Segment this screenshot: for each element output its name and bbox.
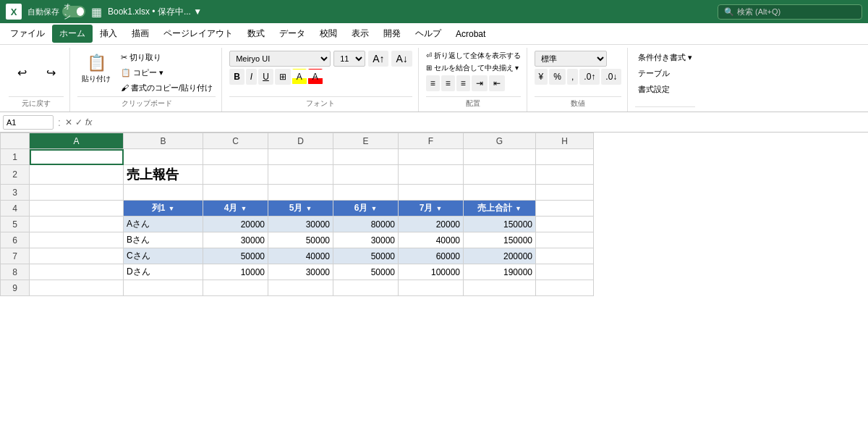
cell[interactable]: Dさん [124,264,203,280]
col-header-g[interactable]: G [464,133,536,149]
fill-color-button[interactable]: A [292,69,307,85]
col-header-b[interactable]: B [124,133,203,149]
cell[interactable]: 190000 [464,264,536,280]
cell[interactable]: 30000 [333,232,399,248]
cell[interactable] [536,201,594,217]
cell[interactable]: 200000 [464,248,536,264]
cell[interactable]: 10000 [203,264,268,280]
cell[interactable]: 150000 [464,232,536,248]
search-box[interactable]: 🔍 検索 (Alt+Q) [718,4,862,20]
cell[interactable] [268,165,333,185]
cell[interactable] [536,185,594,201]
outdent-button[interactable]: ⇤ [489,75,505,91]
merge-label[interactable]: ⊞ セルを結合して中央揃え ▾ [426,63,519,73]
cell[interactable] [464,149,536,165]
dec-dec-button[interactable]: .0↓ [601,69,621,85]
cell[interactable] [536,217,594,232]
spreadsheet-container[interactable]: A B C D E F G H 12売上報告34列1▼4月▼5月▼6月▼7月▼売… [0,133,868,441]
cell[interactable]: 40000 [399,232,464,248]
menu-help[interactable]: ヘルプ [408,25,448,43]
cell[interactable]: 列1▼ [124,201,203,217]
cell[interactable]: 40000 [268,248,333,264]
cell[interactable] [399,165,464,185]
cell[interactable] [30,280,124,296]
cell[interactable]: 20000 [399,217,464,232]
cell[interactable] [30,248,124,264]
cell[interactable]: 50000 [333,248,399,264]
cell[interactable] [203,149,268,165]
table-format-button[interactable]: テーブル [635,67,673,80]
cell[interactable]: 30000 [203,232,268,248]
cell[interactable] [536,232,594,248]
cell[interactable]: Cさん [124,248,203,264]
cell[interactable]: 20000 [203,217,268,232]
menu-developer[interactable]: 開発 [376,25,408,43]
cell[interactable] [203,185,268,201]
cell[interactable]: 50000 [333,264,399,280]
col-header-e[interactable]: E [333,133,399,149]
cell[interactable]: 7月▼ [399,201,464,217]
cell[interactable] [536,149,594,165]
cell[interactable] [203,280,268,296]
undo-button[interactable]: ↩ [9,63,35,83]
menu-formulas[interactable]: 数式 [240,25,272,43]
border-button[interactable]: ⊞ [275,69,291,85]
cell[interactable]: Bさん [124,232,203,248]
cell[interactable] [30,185,124,201]
menu-file[interactable]: ファイル [3,25,52,43]
cell[interactable]: 50000 [203,248,268,264]
cell[interactable] [536,248,594,264]
cell[interactable]: 150000 [464,217,536,232]
font-color-button[interactable]: A [308,69,323,85]
copy-button[interactable]: 📋 コピー ▾ [118,66,216,80]
percent-button[interactable]: % [549,69,566,85]
cell[interactable]: 5月▼ [268,201,333,217]
col-header-a[interactable]: A [30,133,124,149]
cell[interactable] [203,165,268,185]
indent-button[interactable]: ⇥ [472,75,488,91]
cell[interactable] [124,185,203,201]
cell-reference-box[interactable]: A1 [3,115,54,130]
cell[interactable] [464,280,536,296]
paste-button[interactable]: 📋貼り付け [77,51,115,87]
align-right-button[interactable]: ≡ [456,75,470,91]
cell[interactable] [536,165,594,185]
cell-style-button[interactable]: 書式設定 [635,83,673,96]
confirm-formula-icon[interactable]: ✓ [75,117,82,127]
comma-button[interactable]: , [567,69,578,85]
col-header-h[interactable]: H [536,133,594,149]
insert-function-icon[interactable]: fx [85,117,92,127]
cancel-formula-icon[interactable]: ✕ [65,117,72,127]
align-center-button[interactable]: ≡ [441,75,455,91]
cell[interactable] [399,149,464,165]
cell[interactable] [333,149,399,165]
number-format-select[interactable]: 標準 [535,51,607,67]
cell[interactable] [30,264,124,280]
italic-button[interactable]: I [246,69,257,85]
increase-font-button[interactable]: A↑ [368,51,388,67]
cell[interactable] [464,165,536,185]
font-name-select[interactable]: Meiryo UI [229,51,331,67]
cell[interactable]: 60000 [399,248,464,264]
cell[interactable] [124,149,203,165]
cell[interactable]: 売上合計▼ [464,201,536,217]
menu-draw[interactable]: 描画 [124,25,156,43]
menu-data[interactable]: データ [272,25,312,43]
cut-button[interactable]: ✂ 切り取り [118,51,216,64]
menu-view[interactable]: 表示 [344,25,376,43]
cell[interactable] [124,280,203,296]
cell[interactable] [30,165,124,185]
cell[interactable] [268,149,333,165]
autosave-toggle[interactable]: オン [62,6,85,17]
cell[interactable] [30,232,124,248]
cell[interactable] [30,149,124,165]
col-header-c[interactable]: C [203,133,268,149]
bold-button[interactable]: B [229,69,244,85]
menu-review[interactable]: 校閲 [312,25,344,43]
cell[interactable] [333,280,399,296]
cell[interactable] [399,185,464,201]
cell[interactable] [333,185,399,201]
cell[interactable] [268,185,333,201]
menu-page-layout[interactable]: ページレイアウト [156,25,240,43]
font-size-select[interactable]: 11 [333,51,365,67]
